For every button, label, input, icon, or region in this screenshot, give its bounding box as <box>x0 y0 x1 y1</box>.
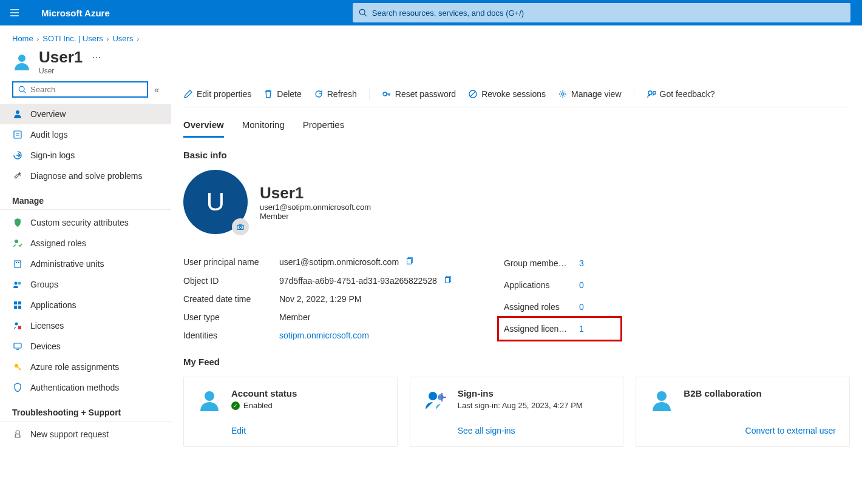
sidebar-item-applications[interactable]: Applications <box>0 295 171 315</box>
sidebar-item-azure-roles[interactable]: Azure role assignments <box>0 357 171 377</box>
stat-roles[interactable]: Assigned roles0 <box>499 296 620 318</box>
sidebar-item-devices[interactable]: Devices <box>0 336 171 357</box>
global-search-box[interactable] <box>353 3 850 22</box>
user-name: User1 <box>260 184 371 203</box>
user-icon <box>12 109 23 119</box>
upn-label: User principal name <box>183 257 279 267</box>
breadcrumb: Home › SOTI Inc. | Users › Users › <box>0 25 862 48</box>
search-icon <box>359 8 367 17</box>
pencil-icon <box>183 89 193 99</box>
section-my-feed: My Feed <box>183 357 850 367</box>
sidebar-item-diagnose[interactable]: Diagnose and solve problems <box>0 166 171 186</box>
copy-icon[interactable] <box>405 257 413 267</box>
sidebar-item-label: Devices <box>30 341 61 351</box>
separator <box>634 89 634 99</box>
info-row: User principal nameuser1@sotipm.onmicros… <box>183 252 850 344</box>
svg-rect-26 <box>407 259 412 264</box>
svg-point-1 <box>18 55 25 62</box>
breadcrumb-home[interactable]: Home <box>12 34 33 43</box>
tab-overview[interactable]: Overview <box>183 116 224 138</box>
sidebar-item-audit-logs[interactable]: Audit logs <box>0 124 171 145</box>
sidebar-item-custom-security[interactable]: Custom security attributes <box>0 212 171 233</box>
support-icon <box>12 429 23 440</box>
feedback-button[interactable]: Got feedback? <box>646 89 715 99</box>
sidebar-item-licenses[interactable]: Licenses <box>0 315 171 336</box>
sidebar-item-overview[interactable]: Overview <box>0 104 171 124</box>
tab-properties[interactable]: Properties <box>303 116 344 138</box>
feed-line: Last sign-in: Aug 25, 2023, 4:27 PM <box>458 401 610 410</box>
sidebar-item-groups[interactable]: Groups <box>0 274 171 295</box>
block-icon <box>468 89 478 99</box>
sidebar-item-admin-units[interactable]: Administrative units <box>0 254 171 274</box>
user-email: user1@sotipm.onmicrosoft.com <box>260 203 371 212</box>
sidebar-item-label: Authentication methods <box>30 383 119 392</box>
stat-groups[interactable]: Group membe…3 <box>499 252 620 274</box>
svg-rect-24 <box>237 225 244 229</box>
hamburger-menu-icon[interactable] <box>0 7 29 18</box>
convert-link[interactable]: Convert to external user <box>745 426 836 435</box>
tabs: Overview Monitoring Properties <box>183 107 850 138</box>
user-check-icon <box>12 238 23 249</box>
revoke-sessions-button[interactable]: Revoke sessions <box>468 89 546 99</box>
avatar-initial: U <box>206 187 225 217</box>
chevron-right-icon: › <box>37 35 39 42</box>
svg-rect-14 <box>18 306 21 309</box>
edit-link[interactable]: Edit <box>231 426 246 435</box>
top-bar: Microsoft Azure <box>0 0 862 25</box>
camera-icon[interactable] <box>232 218 249 235</box>
edit-properties-button[interactable]: Edit properties <box>183 89 251 99</box>
identities-value[interactable]: sotipm.onmicrosoft.com <box>279 331 369 340</box>
tab-monitoring[interactable]: Monitoring <box>242 116 285 138</box>
chevron-right-icon: › <box>107 35 109 42</box>
usertype-value: Member <box>279 312 310 322</box>
main-content: Edit properties Delete Refresh Reset pas… <box>171 81 862 459</box>
svg-point-2 <box>19 86 24 92</box>
sidebar: « Overview Audit logs Sign-in logs Diagn… <box>0 81 171 459</box>
svg-point-5 <box>15 240 18 243</box>
apps-icon <box>12 300 23 311</box>
sidebar-search-box[interactable] <box>12 81 148 98</box>
svg-point-19 <box>16 431 19 434</box>
delete-button[interactable]: Delete <box>263 89 301 99</box>
breadcrumb-soti[interactable]: SOTI Inc. | Users <box>42 34 103 43</box>
svg-rect-12 <box>18 301 21 304</box>
refresh-icon <box>314 89 324 99</box>
sidebar-item-auth-methods[interactable]: Authentication methods <box>0 377 171 398</box>
stat-licenses[interactable]: Assigned licen…1 <box>499 318 620 340</box>
breadcrumb-users[interactable]: Users <box>112 34 133 43</box>
sidebar-item-support[interactable]: New support request <box>0 424 171 445</box>
feed-card-b2b: B2B collaboration Convert to external us… <box>636 377 850 447</box>
separator <box>369 89 370 99</box>
global-search-input[interactable] <box>372 8 844 18</box>
sidebar-item-signin-logs[interactable]: Sign-in logs <box>0 145 171 166</box>
refresh-button[interactable]: Refresh <box>314 89 357 99</box>
search-icon <box>18 86 27 94</box>
trash-icon <box>263 89 273 99</box>
sidebar-item-label: Custom security attributes <box>30 218 129 227</box>
collapse-sidebar-icon[interactable]: « <box>154 85 159 95</box>
wrench-icon <box>12 170 23 181</box>
user-type: Member <box>260 212 371 221</box>
sidebar-item-label: Administrative units <box>30 259 104 269</box>
stat-applications[interactable]: Applications0 <box>499 274 620 296</box>
feedback-icon <box>646 89 656 99</box>
identities-label: Identities <box>183 331 279 340</box>
reset-password-button[interactable]: Reset password <box>382 89 456 99</box>
feed-card-signins: Sign-ins Last sign-in: Aug 25, 2023, 4:2… <box>410 377 624 447</box>
oid-value: 97d5ffaa-a6b9-4751-ad31-93a265822528 <box>279 276 437 286</box>
copy-icon[interactable] <box>443 275 452 286</box>
manage-view-button[interactable]: Manage view <box>558 89 622 99</box>
sidebar-item-assigned-roles[interactable]: Assigned roles <box>0 233 171 254</box>
svg-point-10 <box>18 282 21 285</box>
user-icon <box>650 388 674 412</box>
feed-row: Account status ✓Enabled Edit Sign-ins La… <box>183 377 850 447</box>
svg-rect-27 <box>445 278 449 283</box>
svg-rect-8 <box>18 262 19 263</box>
see-signins-link[interactable]: See all sign-ins <box>458 426 515 435</box>
sidebar-item-label: Assigned roles <box>30 238 86 248</box>
sidebar-search-input[interactable] <box>30 85 142 94</box>
user-icon <box>12 52 32 72</box>
toolbar: Edit properties Delete Refresh Reset pas… <box>183 81 850 107</box>
more-icon[interactable]: ⋯ <box>92 53 101 62</box>
avatar: U <box>183 170 248 234</box>
